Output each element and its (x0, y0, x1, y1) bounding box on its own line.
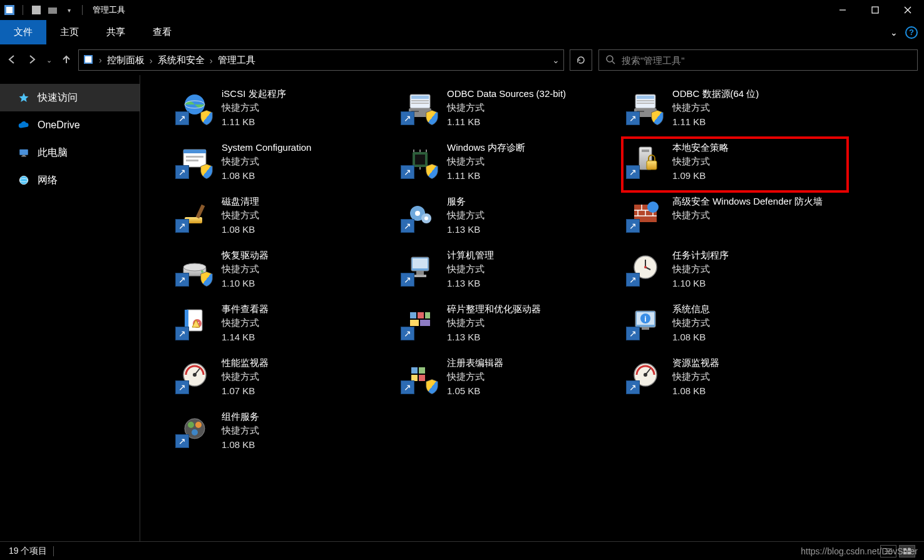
shortcut-badge-icon (175, 111, 189, 125)
breadcrumb-item[interactable]: 系统和安全 (158, 54, 205, 66)
file-size: 1.08 KB (222, 170, 311, 182)
file-name: 计算机管理 (447, 249, 494, 262)
file-size: 1.08 KB (672, 385, 719, 397)
file-name: iSCSI 发起程序 (222, 88, 286, 100)
shortcut-badge-icon (401, 273, 414, 287)
file-size: 1.13 KB (447, 277, 494, 290)
refresh-button[interactable] (570, 49, 592, 71)
file-item[interactable]: ODBC 数据源(64 位)快捷方式1.11 KB (622, 84, 848, 138)
globe-icon (175, 86, 214, 125)
svg-rect-88 (85, 56, 91, 63)
tab-share[interactable]: 共享 (93, 20, 139, 44)
properties-icon[interactable] (31, 4, 42, 16)
file-type: 快捷方式 (222, 263, 269, 275)
sidebar-item-onedrive[interactable]: OneDrive (0, 111, 140, 139)
file-meta: 磁盘清理快捷方式1.08 KB (222, 194, 259, 236)
file-name: 注册表编辑器 (447, 357, 503, 369)
back-button[interactable] (6, 54, 18, 67)
breadcrumb: 控制面板 › 系统和安全 › 管理工具 (107, 54, 255, 66)
file-item[interactable]: ODBC Data Sources (32-bit)快捷方式1.11 KB (397, 84, 622, 138)
shield-overlay-icon (198, 270, 215, 288)
shortcut-badge-icon (626, 327, 640, 340)
maximize-button[interactable] (859, 0, 891, 20)
dropdown-icon[interactable]: ▾ (63, 4, 74, 16)
shortcut-badge-icon (626, 111, 640, 125)
file-name: 碎片整理和优化驱动器 (447, 303, 541, 315)
file-meta: System Configuration快捷方式1.08 KB (222, 140, 311, 182)
file-item[interactable]: 碎片整理和优化驱动器快捷方式1.13 KB (397, 299, 622, 353)
help-icon[interactable]: ? (905, 26, 918, 39)
file-type: 快捷方式 (222, 209, 259, 221)
shortcut-badge-icon (626, 273, 640, 287)
shortcut-badge-icon (401, 219, 414, 233)
search-box[interactable] (598, 49, 918, 71)
address-dropdown-icon[interactable]: ⌄ (552, 55, 560, 65)
new-folder-icon[interactable] (47, 4, 58, 16)
forward-button[interactable] (26, 54, 38, 67)
tab-file[interactable]: 文件 (0, 20, 46, 44)
file-item[interactable]: 注册表编辑器快捷方式1.05 KB (397, 353, 622, 407)
sidebar-item-network[interactable]: 网络 (0, 166, 140, 194)
file-meta: ODBC 数据源(64 位)快捷方式1.11 KB (672, 86, 759, 128)
file-name: Windows 内存诊断 (447, 141, 525, 154)
clock-icon (626, 248, 665, 287)
search-icon (605, 54, 615, 66)
shield-overlay-icon (649, 109, 666, 126)
tab-view[interactable]: 查看 (139, 20, 185, 44)
file-item[interactable]: 服务快捷方式1.13 KB (397, 191, 622, 245)
file-item[interactable]: System Configuration快捷方式1.08 KB (172, 138, 397, 191)
file-item[interactable]: Windows 内存诊断快捷方式1.11 KB (397, 138, 622, 191)
search-input[interactable] (622, 55, 911, 66)
breadcrumb-separator: › (210, 55, 213, 66)
file-type: 快捷方式 (222, 317, 269, 329)
shortcut-badge-icon (175, 327, 189, 340)
file-item[interactable]: 磁盘清理快捷方式1.08 KB (172, 191, 397, 245)
file-item[interactable]: 任务计划程序快捷方式1.10 KB (622, 245, 848, 299)
file-item[interactable]: iSCSI 发起程序快捷方式1.11 KB (172, 84, 397, 138)
separator (23, 5, 23, 15)
file-meta: 任务计划程序快捷方式1.10 KB (672, 248, 729, 290)
file-item[interactable]: 资源监视器快捷方式1.08 KB (622, 353, 848, 407)
file-item[interactable]: 系统信息快捷方式1.08 KB (622, 299, 848, 353)
file-name: 恢复驱动器 (222, 249, 269, 262)
sidebar-item-label: 网络 (38, 174, 58, 187)
breadcrumb-item[interactable]: 管理工具 (218, 54, 255, 66)
file-name: 系统信息 (672, 303, 710, 315)
ribbon-expand-icon[interactable]: ⌄ (890, 28, 898, 38)
pc-icon (18, 146, 30, 159)
file-size: 1.11 KB (447, 116, 566, 128)
file-meta: 注册表编辑器快捷方式1.05 KB (447, 355, 503, 397)
file-meta: 资源监视器快捷方式1.08 KB (672, 355, 719, 397)
file-item[interactable]: 性能监视器快捷方式1.07 KB (172, 353, 397, 407)
file-item[interactable]: 恢复驱动器快捷方式1.10 KB (172, 245, 397, 299)
file-item[interactable]: 事件查看器快捷方式1.14 KB (172, 299, 397, 353)
svg-point-89 (607, 56, 613, 62)
separator (82, 5, 83, 15)
minimize-button[interactable] (826, 0, 859, 20)
file-type: 快捷方式 (447, 317, 541, 329)
address-bar[interactable]: › 控制面板 › 系统和安全 › 管理工具 ⌄ (78, 49, 564, 71)
sidebar-item-quick-access[interactable]: 快速访问 (0, 84, 140, 111)
file-name: ODBC Data Sources (32-bit) (447, 88, 566, 100)
tab-home[interactable]: 主页 (46, 20, 93, 44)
shortcut-badge-icon (401, 165, 414, 179)
recent-dropdown-icon[interactable]: ⌄ (46, 56, 52, 64)
file-type: 快捷方式 (222, 370, 269, 383)
gauge-icon (626, 355, 665, 394)
up-button[interactable] (61, 54, 72, 67)
breadcrumb-item[interactable]: 控制面板 (107, 54, 145, 66)
shortcut-badge-icon (175, 434, 189, 448)
file-type: 快捷方式 (447, 209, 485, 221)
file-meta: iSCSI 发起程序快捷方式1.11 KB (222, 86, 286, 128)
sidebar-item-label: 快速访问 (38, 91, 78, 104)
ribbon: 文件 主页 共享 查看 ⌄ ? (0, 20, 924, 45)
file-item[interactable]: 本地安全策略快捷方式1.09 KB (622, 138, 848, 191)
star-icon (18, 91, 30, 104)
file-item[interactable]: 组件服务快捷方式1.08 KB (172, 407, 397, 461)
file-item[interactable]: 计算机管理快捷方式1.13 KB (397, 245, 622, 299)
shortcut-badge-icon (401, 327, 414, 340)
file-item[interactable]: 高级安全 Windows Defender 防火墙快捷方式 (622, 191, 848, 245)
file-meta: 组件服务快捷方式1.08 KB (222, 409, 259, 451)
close-button[interactable] (891, 0, 924, 20)
sidebar-item-this-pc[interactable]: 此电脑 (0, 139, 140, 166)
